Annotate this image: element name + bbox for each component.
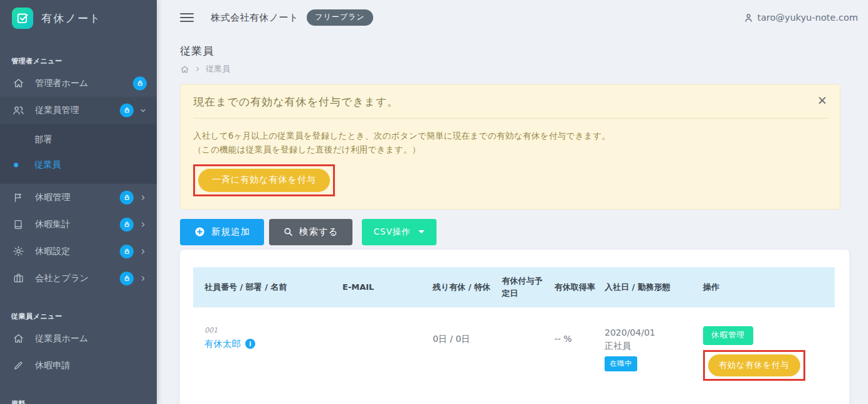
sidebar-section-admin: 管理者メニュー — [0, 56, 157, 66]
employee-number: 001 — [204, 326, 337, 334]
sidebar-item-leave-mgmt[interactable]: 休暇管理 — [0, 184, 157, 211]
users-icon — [11, 104, 25, 117]
sidebar-section-employee: 従業員メニュー — [0, 312, 157, 321]
sidebar-item-label: 休暇集計 — [35, 219, 116, 230]
toolbar: 新規追加 検索する CSV操作 — [180, 219, 849, 245]
employment-type-value: 正社員 — [605, 339, 698, 353]
info-icon[interactable]: i — [245, 339, 255, 349]
sidebar-submenu-employee-mgmt: 部署 従業員 — [0, 124, 157, 184]
sidebar-item-label: 部署 — [34, 134, 147, 146]
active-bullet-icon — [14, 163, 18, 167]
chevron-right-icon — [139, 221, 147, 228]
lock-icon — [120, 191, 134, 205]
sidebar: 有休ノート 管理者メニュー 管理者ホーム 従業員管理 部署 従業員 — [0, 0, 157, 404]
column-header-email: E-MAIL — [342, 281, 433, 294]
sidebar-item-label: 休暇申請 — [35, 360, 147, 371]
sidebar-item-leave-summary[interactable]: 休暇集計 — [0, 211, 157, 238]
check-square-logo-icon — [12, 8, 33, 29]
sidebar-item-label: 休暇設定 — [35, 246, 116, 257]
sidebar-item-label: 会社とプラン — [35, 273, 116, 284]
column-header-usage-rate: 有休取得率 — [554, 281, 605, 294]
chevron-right-icon — [139, 275, 147, 282]
bulk-grant-leave-button[interactable]: 一斉に有効な有休を付与 — [198, 169, 330, 192]
remaining-leave-cell: 0日 / 0日 — [433, 326, 502, 345]
chevron-down-icon — [139, 107, 147, 114]
lock-icon — [133, 77, 147, 90]
hire-date-cell: 2020/04/01 正社員 在職中 — [605, 326, 703, 371]
topbar: 株式会社有休ノート フリープラン taro@yukyu-note.com — [157, 0, 868, 35]
status-badge: 在職中 — [605, 356, 637, 371]
employee-cell: 001 有休太郎 i — [193, 326, 342, 350]
sidebar-item-admin-home[interactable]: 管理者ホーム — [0, 70, 157, 97]
breadcrumb-current: 従業員 — [206, 63, 230, 75]
sidebar-item-label: 管理者ホーム — [35, 78, 129, 89]
plan-badge: フリープラン — [307, 9, 373, 26]
main-area: 株式会社有休ノート フリープラン taro@yukyu-note.com 従業員… — [157, 0, 868, 404]
sidebar-item-label: 休暇管理 — [35, 192, 116, 203]
sidebar-item-label: 従業員管理 — [35, 105, 116, 116]
hamburger-menu-icon[interactable] — [180, 11, 194, 24]
company-name: 株式会社有休ノート — [211, 12, 299, 24]
sidebar-item-label: 従業員 — [34, 159, 147, 171]
lock-icon — [120, 245, 134, 258]
user-menu[interactable]: taro@yukyu-note.com — [743, 13, 858, 23]
plus-circle-icon — [194, 226, 206, 238]
csv-operations-button[interactable]: CSV操作 — [362, 219, 437, 245]
gear-icon — [11, 245, 25, 257]
add-new-button[interactable]: 新規追加 — [180, 219, 264, 245]
briefcase-icon — [11, 272, 25, 284]
column-header-actions: 操作 — [703, 281, 822, 294]
brand[interactable]: 有休ノート — [0, 0, 157, 36]
home-breadcrumb-icon[interactable] — [180, 65, 189, 74]
column-header-employee: 社員番号 / 部署 / 名前 — [193, 281, 342, 294]
sidebar-item-departments[interactable]: 部署 — [0, 127, 157, 152]
lock-icon — [120, 218, 134, 231]
grant-notice-panel: 現在までの有効な有休を付与できます。 ✕ 入社して6ヶ月以上の従業員を登録したと… — [180, 84, 840, 210]
sidebar-item-employee-home[interactable]: 従業員ホーム — [0, 325, 157, 352]
leave-management-button[interactable]: 休暇管理 — [703, 326, 753, 345]
notice-body-line2: （この機能は従業員を登録した直後だけ利用できます。） — [193, 142, 827, 156]
lock-icon — [120, 104, 134, 117]
notice-title: 現在までの有効な有休を付与できます。 — [193, 95, 827, 109]
user-email: taro@yukyu-note.com — [758, 13, 858, 23]
book-icon — [11, 219, 25, 230]
breadcrumb-separator-icon — [194, 66, 201, 72]
search-icon — [283, 226, 294, 237]
usage-rate-cell: -- % — [554, 326, 605, 344]
employee-table: 社員番号 / 部署 / 名前 E-MAIL 残り有休 / 特休 有休付与予定日 … — [193, 267, 835, 381]
page-title: 従業員 — [180, 44, 849, 58]
employee-name: 有休太郎 — [204, 338, 241, 350]
column-header-grant-schedule: 有休付与予定日 — [502, 275, 554, 299]
sidebar-item-leave-request[interactable]: 休暇申請 — [0, 352, 157, 379]
table-row: 001 有休太郎 i 0日 / 0日 — [193, 307, 835, 381]
employee-name-link[interactable]: 有休太郎 i — [204, 338, 337, 350]
grant-valid-leave-button[interactable]: 有効な有休を付与 — [708, 354, 800, 376]
hire-date-value: 2020/04/01 — [605, 326, 698, 340]
flag-icon — [11, 192, 25, 203]
breadcrumb: 従業員 — [180, 63, 849, 75]
close-icon[interactable]: ✕ — [817, 95, 827, 107]
employee-table-card: 社員番号 / 部署 / 名前 E-MAIL 残り有休 / 特休 有休付与予定日 … — [180, 250, 849, 404]
table-header-row: 社員番号 / 部署 / 名前 E-MAIL 残り有休 / 特休 有休付与予定日 … — [193, 267, 835, 307]
notice-body-line1: 入社して6ヶ月以上の従業員を登録したとき、次のボタンで簡単に現在までの有効な有休… — [193, 129, 827, 142]
column-header-remaining: 残り有休 / 特休 — [433, 281, 502, 294]
caret-down-icon — [418, 230, 425, 233]
column-header-hire-date: 入社日 / 勤務形態 — [605, 281, 703, 294]
sidebar-item-employee-mgmt[interactable]: 従業員管理 — [0, 97, 157, 124]
sidebar-item-company-plan[interactable]: 会社とプラン — [0, 265, 157, 292]
search-button[interactable]: 検索する — [269, 219, 352, 245]
pencil-icon — [11, 360, 25, 371]
sidebar-item-leave-settings[interactable]: 休暇設定 — [0, 238, 157, 265]
search-label: 検索する — [299, 226, 339, 238]
sidebar-item-label: 従業員ホーム — [35, 333, 147, 344]
sidebar-section-docs: 資料 — [0, 399, 157, 404]
chevron-right-icon — [139, 248, 147, 255]
usage-rate-value: -- % — [554, 334, 600, 344]
annotation-highlight-box: 一斉に有効な有休を付与 — [193, 164, 335, 196]
notice-divider — [193, 118, 827, 119]
annotation-highlight-box: 有効な有休を付与 — [703, 350, 805, 381]
sidebar-item-employees[interactable]: 従業員 — [0, 152, 157, 178]
lock-icon — [120, 272, 134, 285]
content: 従業員 従業員 現在までの有効な有休を付与できます。 ✕ 入社して6ヶ月以上の従… — [157, 35, 868, 404]
csv-label: CSV操作 — [374, 226, 411, 238]
